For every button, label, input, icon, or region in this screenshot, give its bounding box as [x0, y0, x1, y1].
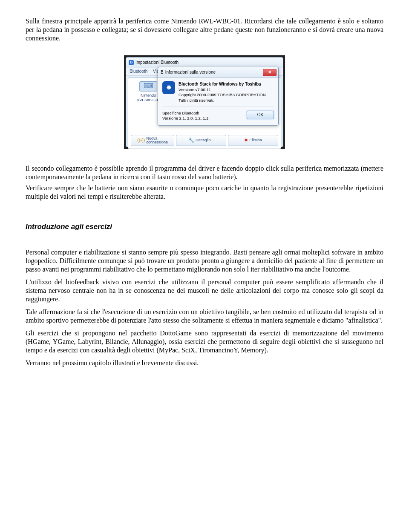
bluetooth-settings-window: B Impostazioni Bluetooth Bluetooth Visua…: [126, 57, 283, 147]
screenshot-container: B Impostazioni Bluetooth Bluetooth Visua…: [124, 55, 285, 149]
menu-bluetooth[interactable]: Bluetooth: [130, 69, 147, 74]
paragraph-8: Verranno nel prossimo capitolo illustrat…: [26, 359, 383, 367]
close-icon: ✕: [268, 70, 271, 75]
toolbar-row: ((•)) Nuova connessione 🔧 Dettaglio... ✖…: [131, 135, 278, 146]
stack-info: Bluetooth Stack for Windows by Toshiba V…: [179, 81, 267, 103]
version-info-dialog: B Informazioni sulla versione ✕ ⁕ Blueto…: [158, 67, 279, 126]
paragraph-4: Personal computer e riabilitazione si st…: [26, 248, 383, 274]
copyright-line1: Copyright 2000-2009 TOSHIBA CORPORATION.: [179, 92, 267, 98]
divider: [162, 106, 274, 106]
new-connection-button[interactable]: ((•)) Nuova connessione: [131, 135, 174, 146]
outer-window-title: Impostazioni Bluetooth: [135, 60, 179, 66]
paragraph-6: Tale affermazione fa si che l'esecuzione…: [26, 308, 383, 325]
delete-button[interactable]: ✖ Elimina: [228, 135, 278, 146]
section-heading: Introduzione agli esercizi: [26, 222, 383, 231]
bluetooth-large-icon: ⁕: [162, 81, 175, 94]
stack-title: Bluetooth Stack for Windows by Toshiba: [179, 81, 267, 87]
stack-version: Versione v7.00.11: [179, 87, 267, 93]
detail-button[interactable]: 🔧 Dettaglio...: [176, 135, 226, 146]
screenshot-figure: B Impostazioni Bluetooth Bluetooth Visua…: [26, 55, 383, 149]
paragraph-1: Sulla finestra principale apparirà la pe…: [26, 17, 383, 43]
paragraph-5: L'utilizzo del biofeedback visivo con es…: [26, 278, 383, 303]
inner-window-title: Informazioni sulla versione: [165, 70, 216, 75]
close-button[interactable]: ✕: [263, 69, 277, 76]
inner-titlebar: B Informazioni sulla versione ✕: [158, 67, 278, 78]
paragraph-7: Gli esercizi che si propongono nel pacch…: [26, 329, 383, 355]
delete-label: Elimina: [249, 138, 262, 143]
detail-icon: 🔧: [188, 137, 194, 143]
new-connection-label-2: connessione: [146, 140, 168, 144]
antenna-icon: ((•)): [137, 137, 145, 143]
spec-value: Versione 2.1, 2.0, 1.2, 1.1: [162, 116, 247, 121]
detail-label: Dettaglio...: [196, 138, 214, 143]
spec-label: Specifiche Bluetooth: [162, 111, 247, 116]
bluetooth-icon: B: [129, 60, 134, 65]
spec-block: Specifiche Bluetooth Versione 2.1, 2.0, …: [162, 111, 247, 121]
keyboard-icon: [139, 81, 157, 92]
copyright-line2: Tutti i diritti riservati.: [179, 98, 267, 103]
delete-icon: ✖: [244, 137, 248, 143]
paragraph-2: Il secondo collegamento è possibile apre…: [26, 164, 383, 181]
ok-button[interactable]: OK: [247, 111, 274, 119]
bluetooth-icon-small: B: [161, 70, 164, 75]
dialog-body: ⁕ Bluetooth Stack for Windows by Toshiba…: [158, 78, 278, 125]
paragraph-3: Verificare sempre che le batterie non si…: [26, 184, 383, 201]
